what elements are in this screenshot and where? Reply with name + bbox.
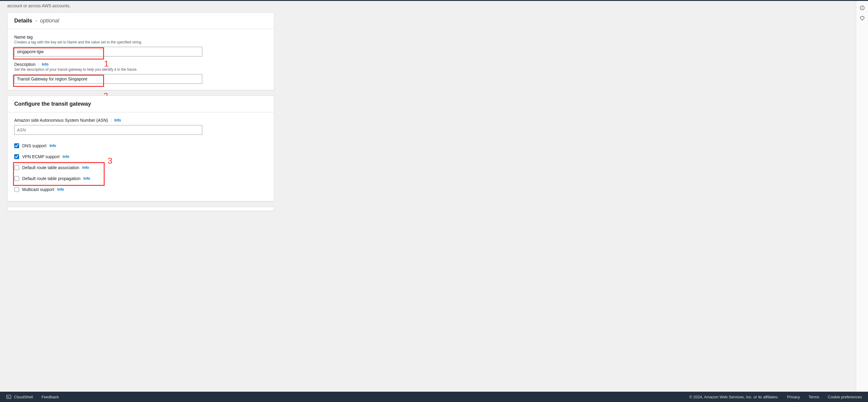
panel-configure-header: Configure the transit gateway xyxy=(8,96,274,112)
multicast-info-link[interactable]: Info xyxy=(57,187,64,192)
footer-copyright: © 2024, Amazon Web Services, Inc. or its… xyxy=(689,395,779,399)
name-tag-label: Name tag xyxy=(14,35,33,39)
footer-privacy-link[interactable]: Privacy xyxy=(787,395,800,399)
label-separator xyxy=(111,118,111,122)
name-tag-desc: Creates a tag with the key set to Name a… xyxy=(14,40,267,44)
description-label: Description xyxy=(14,62,35,67)
separator-dash: - xyxy=(35,18,37,24)
main-content: account or across AWS accounts. Details … xyxy=(0,1,856,392)
dns-support-label: DNS support xyxy=(22,143,46,148)
description-input[interactable] xyxy=(14,74,202,84)
asn-label: Amazon side Autonomous System Number (AS… xyxy=(14,118,108,123)
svg-point-2 xyxy=(862,7,862,7)
vpn-ecmp-label: VPN ECMP support xyxy=(22,154,59,159)
default-rt-prop-label: Default route table propagation xyxy=(22,176,81,181)
multicast-label: Multicast support xyxy=(22,187,54,192)
default-rt-prop-checkbox[interactable] xyxy=(14,176,19,181)
panel-details-title: Details xyxy=(14,18,32,24)
vpn-ecmp-info-link[interactable]: Info xyxy=(62,154,69,159)
label-separator xyxy=(38,62,39,66)
option-dns-support: DNS support Info xyxy=(14,140,267,151)
footer-bar: CloudShell Feedback © 2024, Amazon Web S… xyxy=(0,392,868,402)
info-panel-icon[interactable] xyxy=(860,5,865,11)
panel-details: Details - optional Name tag Creates a ta… xyxy=(7,12,274,90)
default-rt-assoc-checkbox[interactable] xyxy=(14,165,19,170)
footer-cookies-link[interactable]: Cookie preferences xyxy=(828,395,862,399)
asn-input[interactable] xyxy=(14,125,202,135)
svg-rect-4 xyxy=(7,395,11,398)
default-rt-assoc-info-link[interactable]: Info xyxy=(82,166,89,170)
panel-details-optional: optional xyxy=(40,18,59,24)
name-tag-input[interactable] xyxy=(14,47,202,56)
dns-support-checkbox[interactable] xyxy=(14,143,19,148)
description-desc: Set the description of your transit gate… xyxy=(14,67,267,71)
description-info-link[interactable]: Info xyxy=(42,62,49,66)
field-asn: Amazon side Autonomous System Number (AS… xyxy=(14,118,267,135)
default-rt-prop-info-link[interactable]: Info xyxy=(84,176,90,181)
multicast-checkbox[interactable] xyxy=(14,187,19,192)
field-name-tag: Name tag Creates a tag with the key set … xyxy=(14,35,267,56)
cloudshell-label: CloudShell xyxy=(14,395,33,399)
panel-configure: Configure the transit gateway Amazon sid… xyxy=(7,96,274,201)
panel-next-cutoff xyxy=(7,207,274,211)
page-intro-text: account or across AWS accounts. xyxy=(7,3,274,8)
option-vpn-ecmp: VPN ECMP support Info xyxy=(14,151,267,162)
side-tool-rail xyxy=(856,1,868,392)
option-multicast: Multicast support Info xyxy=(14,184,267,195)
field-description: Description Info Set the description of … xyxy=(14,62,267,84)
default-rt-assoc-label: Default route table association xyxy=(22,165,79,170)
security-panel-icon[interactable] xyxy=(860,16,865,21)
option-default-rt-assoc: Default route table association Info xyxy=(14,162,267,173)
footer-terms-link[interactable]: Terms xyxy=(809,395,819,399)
feedback-link[interactable]: Feedback xyxy=(41,395,59,399)
asn-info-link[interactable]: Info xyxy=(114,118,121,122)
option-default-rt-prop: Default route table propagation Info xyxy=(14,173,267,184)
vpn-ecmp-checkbox[interactable] xyxy=(14,154,19,159)
panel-details-header: Details - optional xyxy=(8,13,274,29)
dns-support-info-link[interactable]: Info xyxy=(50,144,56,148)
cloudshell-button[interactable]: CloudShell xyxy=(6,395,33,399)
svg-marker-3 xyxy=(860,16,864,20)
panel-configure-title: Configure the transit gateway xyxy=(14,101,91,107)
